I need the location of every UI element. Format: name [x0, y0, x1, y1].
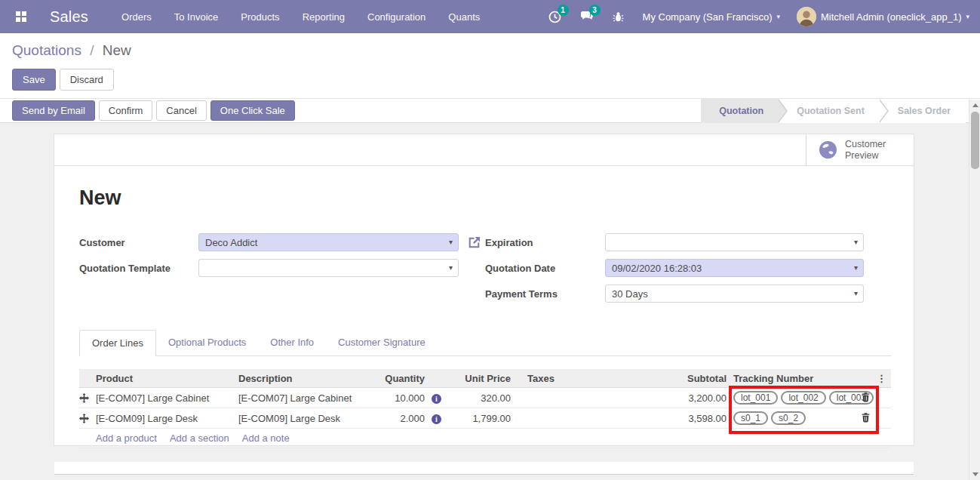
delete-row-trash-icon[interactable] [861, 412, 871, 423]
confirm-button[interactable]: Confirm [99, 100, 153, 121]
vertical-scrollbar[interactable] [969, 100, 980, 480]
customer-preview-label: CustomerPreview [845, 139, 886, 162]
customer-label: Customer [79, 237, 198, 248]
payment-terms-field[interactable]: 30 Days ▾ [605, 285, 864, 303]
avatar [797, 7, 816, 26]
triangle-up-icon [972, 103, 978, 107]
drag-handle-icon[interactable] [79, 393, 96, 403]
drag-handle-icon[interactable] [79, 414, 96, 423]
table-header-row: Product Description Quantity Unit Price … [79, 369, 891, 388]
step-quotation-sent[interactable]: Quotation Sent [779, 99, 880, 123]
company-switcher[interactable]: My Company (San Francisco) ▾ [643, 11, 780, 23]
nav-menu-products[interactable]: Products [241, 11, 279, 23]
form-statusbar: Send by Email Confirm Cancel One Click S… [0, 99, 980, 123]
add-a-note-link[interactable]: Add a note [242, 432, 290, 444]
save-button[interactable]: Save [12, 69, 56, 91]
one-click-sale-button[interactable]: One Click Sale [210, 100, 295, 121]
company-name: My Company (San Francisco) [643, 11, 773, 23]
tracking-tag[interactable]: s0_1 [733, 411, 768, 425]
quotation-template-field[interactable]: ▾ [198, 259, 459, 277]
cell-quantity[interactable]: 10.000 [371, 392, 425, 404]
header-subtotal[interactable]: Subtotal [650, 373, 727, 384]
statusbar-buttons: Send by Email Confirm Cancel One Click S… [12, 100, 295, 121]
nav-menu-orders[interactable]: Orders [121, 11, 152, 23]
cell-product[interactable]: [E-COM09] Large Desk [96, 413, 238, 424]
dropdown-caret-icon: ▾ [449, 263, 453, 272]
breadcrumb-quotations-link[interactable]: Quotations [12, 42, 81, 58]
optional-columns-icon[interactable]: ⋮ [875, 373, 891, 384]
tab-order-lines[interactable]: Order Lines [79, 330, 156, 356]
customer-preview-button[interactable]: CustomerPreview [806, 134, 914, 165]
header-quantity[interactable]: Quantity [371, 373, 425, 384]
chatter-area [54, 462, 914, 475]
scroll-up-button[interactable] [969, 100, 980, 111]
app-title: Sales [50, 8, 88, 26]
step-quotation[interactable]: Quotation [701, 99, 779, 123]
add-a-section-link[interactable]: Add a section [170, 432, 229, 444]
activity-count-badge: 1 [558, 5, 569, 16]
open-customer-record-icon[interactable] [468, 236, 481, 249]
quotation-date-label: Quotation Date [485, 263, 605, 274]
tab-customer-signature[interactable]: Customer Signature [326, 330, 438, 355]
delete-row-trash-icon[interactable] [861, 392, 871, 402]
chevron-down-icon: ▾ [777, 13, 781, 20]
user-menu[interactable]: Mitchell Admin (oneclick_app_1) ▾ [797, 7, 969, 26]
notebook-tabs: Order Lines Optional Products Other Info… [79, 330, 891, 356]
button-box: CustomerPreview [54, 134, 914, 166]
tab-optional-products[interactable]: Optional Products [156, 330, 258, 355]
send-by-email-button[interactable]: Send by Email [12, 100, 95, 121]
nav-menu-reporting[interactable]: Reporting [303, 11, 345, 23]
breadcrumb-separator: / [90, 42, 94, 58]
scrollbar-thumb[interactable] [971, 112, 979, 169]
form-sheet: CustomerPreview New Customer Deco Addict… [54, 134, 914, 445]
tracking-tag[interactable]: lot_001 [733, 391, 778, 405]
breadcrumb-current: New [103, 42, 131, 58]
header-product[interactable]: Product [96, 373, 238, 384]
message-count-badge: 3 [589, 5, 601, 16]
nav-menu-quants[interactable]: Quants [448, 11, 480, 23]
globe-icon [819, 141, 837, 158]
cell-unit-price[interactable]: 1,799.00 [448, 413, 511, 424]
cell-unit-price[interactable]: 320.00 [448, 392, 511, 404]
status-steps: Quotation Quotation Sent Sales Order [701, 99, 966, 123]
cell-subtotal[interactable]: 3,200.00 [650, 392, 727, 404]
tab-other-info[interactable]: Other Info [258, 330, 326, 355]
breadcrumb: Quotations / New [12, 42, 968, 59]
nav-menu-to-invoice[interactable]: To Invoice [174, 11, 219, 23]
cell-tracking-number: lot_001 lot_002 lot_003 [727, 391, 856, 405]
tracking-tag[interactable]: s0_2 [771, 411, 806, 425]
customer-field[interactable]: Deco Addict ▾ [198, 233, 459, 251]
nav-menu-bar: Orders To Invoice Products Reporting Con… [121, 11, 480, 23]
apps-menu-button[interactable] [0, 0, 42, 33]
step-sales-order[interactable]: Sales Order [880, 99, 966, 123]
tracking-tag[interactable]: lot_002 [781, 391, 825, 405]
user-name: Mitchell Admin (oneclick_app_1) [821, 11, 961, 23]
cell-quantity[interactable]: 2.000 [371, 413, 425, 424]
discard-button[interactable]: Discard [60, 69, 114, 91]
cell-description[interactable]: [E-COM07] Large Cabinet [238, 392, 371, 404]
record-action-buttons: Save Discard [12, 69, 968, 91]
dropdown-caret-icon: ▾ [854, 263, 858, 272]
scroll-down-button[interactable] [969, 469, 980, 480]
activity-clock-icon[interactable]: 1 [548, 9, 563, 24]
messages-chat-icon[interactable]: 3 [579, 9, 594, 24]
header-description[interactable]: Description [238, 373, 371, 384]
form-fields: Customer Deco Addict ▾ Quotation Templat… [79, 232, 891, 309]
forecast-info-icon[interactable]: i [432, 414, 441, 424]
debug-bug-icon[interactable] [611, 9, 626, 24]
add-a-product-link[interactable]: Add a product [96, 432, 157, 444]
quotation-date-field[interactable]: 09/02/2020 16:28:03 ▾ [605, 259, 864, 277]
cell-product[interactable]: [E-COM07] Large Cabinet [96, 392, 238, 404]
odoo-sales-screen: Sales Orders To Invoice Products Reporti… [0, 0, 980, 480]
forecast-info-icon[interactable]: i [432, 394, 441, 404]
table-row[interactable]: [E-COM07] Large Cabinet [E-COM07] Large … [79, 388, 891, 408]
nav-menu-configuration[interactable]: Configuration [367, 11, 425, 23]
expiration-field[interactable]: ▾ [605, 233, 864, 251]
table-row[interactable]: [E-COM09] Large Desk [E-COM09] Large Des… [79, 408, 891, 429]
cell-subtotal[interactable]: 3,598.00 [650, 413, 727, 424]
cell-description[interactable]: [E-COM09] Large Desk [238, 413, 371, 424]
header-tracking-number[interactable]: Tracking Number [727, 373, 856, 384]
cancel-button[interactable]: Cancel [156, 100, 206, 121]
header-unit-price[interactable]: Unit Price [448, 373, 511, 384]
header-taxes[interactable]: Taxes [511, 373, 650, 384]
